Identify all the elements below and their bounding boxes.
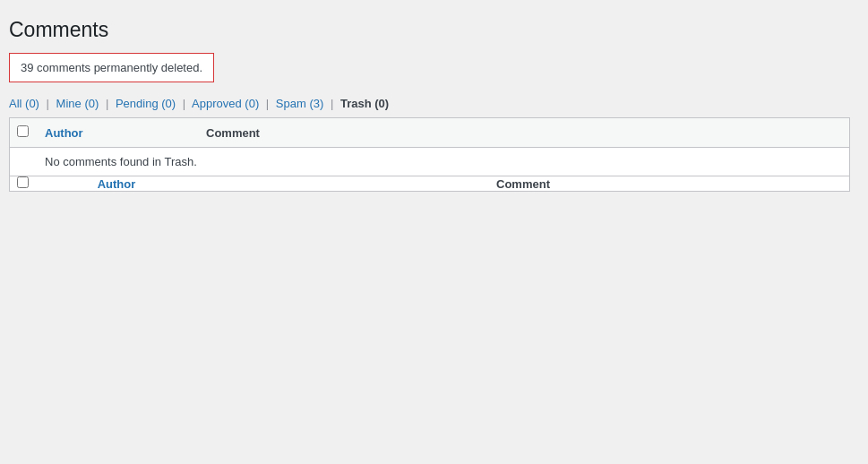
separator-4: | (266, 97, 269, 110)
select-all-bottom[interactable] (17, 176, 29, 188)
separator-5: | (331, 97, 333, 110)
filter-trash-active: Trash (0) (340, 97, 389, 110)
notice-box: 39 comments permanently deleted. (9, 53, 214, 82)
page-content: Comments 39 comments permanently deleted… (0, 0, 868, 464)
empty-cb (10, 148, 37, 176)
page-title: Comments (9, 18, 850, 42)
header-author-top: Author (36, 118, 197, 148)
filter-pending[interactable]: Pending (0) (116, 97, 176, 110)
separator-3: | (183, 97, 185, 110)
header-checkbox-top[interactable] (10, 118, 37, 148)
table-body: No comments found in Trash. (10, 148, 850, 176)
select-all-top[interactable] (17, 125, 29, 137)
header-row-bottom: Author Comment (10, 176, 850, 192)
notice-message: 39 comments permanently deleted. (21, 61, 202, 74)
sort-author-bottom[interactable]: Author (98, 177, 136, 191)
filter-spam[interactable]: Spam (3) (276, 97, 323, 110)
filter-mine[interactable]: Mine (0) (56, 97, 99, 110)
comments-table: Author Comment No comments found in Tras… (9, 117, 850, 192)
header-comment-bottom: Comment (197, 176, 850, 192)
filter-links: All (0) | Mine (0) | Pending (0) | Appro… (9, 97, 850, 110)
table-footer: Author Comment (10, 176, 850, 192)
filter-approved[interactable]: Approved (0) (192, 97, 259, 110)
header-comment-top: Comment (197, 118, 850, 148)
empty-row: No comments found in Trash. (10, 148, 850, 176)
separator-1: | (47, 97, 49, 110)
table-header-top: Author Comment (10, 118, 850, 148)
header-checkbox-bottom[interactable] (10, 176, 37, 192)
header-author-bottom: Author (36, 176, 197, 192)
sort-author-top[interactable]: Author (45, 126, 83, 140)
empty-message: No comments found in Trash. (36, 148, 850, 176)
separator-2: | (106, 97, 108, 110)
header-row-top: Author Comment (10, 118, 850, 148)
filter-all[interactable]: All (0) (9, 97, 39, 110)
